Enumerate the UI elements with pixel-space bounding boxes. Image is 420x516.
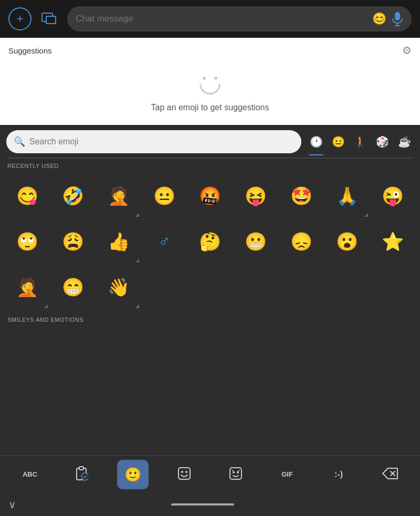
emoji-cell[interactable]: 😁 bbox=[50, 265, 96, 310]
emoji-keyboard-icon: 🙂 bbox=[124, 468, 141, 481]
svg-rect-1 bbox=[46, 16, 56, 24]
tab-smileys[interactable]: 😐 bbox=[329, 132, 348, 151]
emoji-cell-variant[interactable]: 🤦 bbox=[4, 265, 50, 310]
svg-rect-9 bbox=[178, 468, 190, 479]
emoji-cell[interactable]: 😋 bbox=[4, 173, 50, 219]
emoji-cell[interactable]: 😝 bbox=[233, 173, 279, 219]
abc-label: ABC bbox=[23, 470, 37, 478]
svg-point-11 bbox=[185, 471, 187, 473]
emoji-face-icon: 😊 bbox=[372, 12, 386, 26]
emoji-cell[interactable]: 😬 bbox=[233, 219, 279, 265]
abc-button[interactable]: ABC bbox=[14, 460, 46, 489]
kaomoji-button[interactable] bbox=[220, 460, 251, 489]
smiley-face-icon: 😐 bbox=[332, 135, 345, 148]
smileys-emotions-label: SMILEYS AND EMOTIONS bbox=[0, 312, 420, 325]
svg-point-10 bbox=[181, 471, 183, 473]
suggestions-prompt-text: Tap an emoji to get suggestions bbox=[151, 103, 269, 112]
emoji-cell-empty bbox=[233, 265, 279, 310]
emoji-cell-empty bbox=[279, 265, 324, 310]
emoji-keyboard: 🔍 🕐 😐 🚶 🎲 ☕ RECENTLY USED 😋 🤣 bbox=[0, 125, 420, 455]
gif-label: GIF bbox=[281, 470, 293, 478]
emoji-cell[interactable]: ♂ bbox=[141, 219, 187, 265]
clock-icon: 🕐 bbox=[310, 135, 323, 148]
kaomoji-icon bbox=[229, 467, 243, 482]
suggestions-header: Suggestions ⚙ bbox=[8, 44, 412, 57]
top-bar: + 😊 bbox=[0, 0, 420, 38]
gallery-icon bbox=[40, 9, 59, 28]
suggestions-label: Suggestions bbox=[8, 46, 52, 55]
emoji-cell[interactable]: 😜 bbox=[370, 173, 416, 219]
chevron-down-icon[interactable]: ∨ bbox=[8, 498, 16, 511]
backspace-button[interactable] bbox=[374, 460, 406, 489]
chat-input[interactable] bbox=[76, 14, 367, 24]
emoji-cell[interactable]: 🤬 bbox=[187, 173, 233, 219]
emoji-cell-empty bbox=[370, 265, 416, 310]
emoji-cell[interactable]: ⭐ bbox=[370, 219, 416, 265]
svg-rect-7 bbox=[79, 467, 83, 470]
mic-button[interactable] bbox=[392, 12, 403, 26]
sticker-icon bbox=[177, 467, 191, 482]
bottom-row: ∨ bbox=[0, 493, 420, 516]
activities-icon: 🎲 bbox=[376, 135, 389, 148]
tab-people[interactable]: 🚶 bbox=[351, 132, 370, 151]
emoticon-button[interactable]: :-) bbox=[323, 460, 354, 489]
chat-input-wrap[interactable]: 😊 bbox=[67, 6, 412, 31]
suggestions-content: Tap an emoji to get suggestions bbox=[8, 61, 412, 117]
sticker-button[interactable] bbox=[169, 460, 200, 489]
emoji-cell[interactable]: 🤩 bbox=[279, 173, 324, 219]
home-indicator bbox=[171, 503, 234, 506]
emoji-search-input[interactable] bbox=[29, 137, 294, 146]
emoji-cell[interactable]: 🤔 bbox=[187, 219, 233, 265]
emoji-cell[interactable]: 😞 bbox=[279, 219, 324, 265]
emoji-cell-empty bbox=[141, 265, 187, 310]
category-tabs: 🕐 😐 🚶 🎲 ☕ bbox=[307, 132, 414, 151]
recently-used-label: RECENTLY USED bbox=[0, 159, 420, 171]
microphone-icon bbox=[392, 12, 403, 26]
emoji-cell-variant[interactable]: 👋 bbox=[96, 265, 141, 310]
backspace-icon bbox=[382, 467, 398, 482]
emoji-cell[interactable]: 😐 bbox=[141, 173, 187, 219]
emoji-cell[interactable]: 🤣 bbox=[50, 173, 96, 219]
empty-smiley-illustration bbox=[195, 69, 225, 99]
emoji-toggle-button[interactable]: 😊 bbox=[372, 12, 386, 26]
svg-point-8 bbox=[81, 473, 88, 480]
keyboard-bar: ABC 🙂 bbox=[0, 455, 420, 493]
emoji-cell-variant[interactable]: 🙏 bbox=[324, 173, 370, 219]
add-button[interactable]: + bbox=[8, 7, 32, 30]
tab-activities[interactable]: 🎲 bbox=[373, 132, 392, 151]
smile-arc bbox=[200, 84, 220, 94]
emoji-search-wrap[interactable]: 🔍 bbox=[6, 130, 301, 153]
plus-icon: + bbox=[17, 12, 24, 26]
svg-rect-3 bbox=[395, 12, 400, 20]
gif-button[interactable]: GIF bbox=[271, 460, 303, 489]
emoji-cell-empty bbox=[187, 265, 233, 310]
emoji-cell[interactable]: 😮 bbox=[324, 219, 370, 265]
emoji-search-row: 🔍 🕐 😐 🚶 🎲 ☕ bbox=[0, 125, 420, 153]
person-icon: 🚶 bbox=[354, 135, 367, 148]
emoji-cell-variant[interactable]: 🤦 bbox=[96, 173, 141, 219]
emoji-keyboard-button[interactable]: 🙂 bbox=[117, 460, 149, 489]
emoji-grid: 😋 🤣 🤦 😐 🤬 😝 🤩 🙏 😜 🙄 😩 👍 ♂ 🤔 😬 😞 😮 ⭐ 🤦 😁 … bbox=[0, 171, 420, 312]
emoji-cell[interactable]: 🙄 bbox=[4, 219, 50, 265]
emoji-cell-variant[interactable]: 👍 bbox=[96, 219, 141, 265]
emoji-cell-empty bbox=[324, 265, 370, 310]
food-icon: ☕ bbox=[398, 135, 411, 148]
tab-recent[interactable]: 🕐 bbox=[307, 132, 326, 151]
clipboard-icon bbox=[75, 466, 88, 483]
tab-food[interactable]: ☕ bbox=[395, 132, 414, 151]
gallery-button[interactable] bbox=[38, 7, 61, 30]
clipboard-button[interactable] bbox=[66, 460, 97, 489]
settings-gear-icon[interactable]: ⚙ bbox=[402, 44, 412, 57]
svg-rect-12 bbox=[230, 468, 242, 479]
emoji-cell[interactable]: 😩 bbox=[50, 219, 96, 265]
search-icon: 🔍 bbox=[14, 136, 25, 148]
suggestions-area: Suggestions ⚙ Tap an emoji to get sugges… bbox=[0, 38, 420, 125]
emoticon-label: :-) bbox=[334, 470, 343, 479]
